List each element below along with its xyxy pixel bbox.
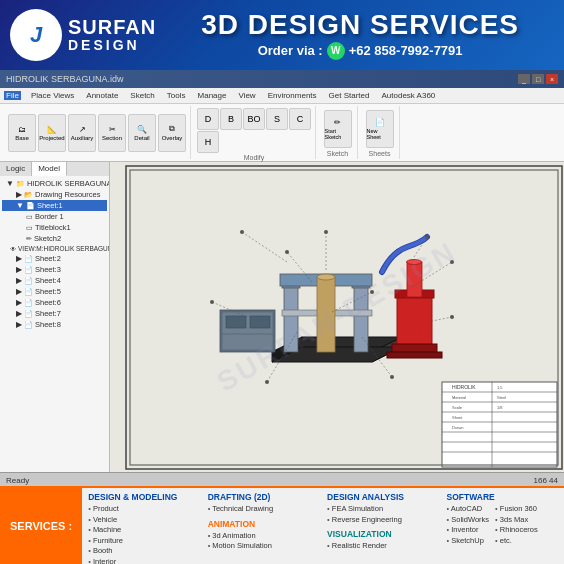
menu-autodesk[interactable]: Autodesk A360	[379, 91, 437, 100]
svg-text:Drawn: Drawn	[452, 425, 464, 430]
tree-item[interactable]: ▭Titleblock1	[2, 222, 107, 233]
panel-tabs: Logic Model	[0, 162, 109, 176]
service-item: Interior	[88, 557, 199, 565]
tree-item[interactable]: ▶📂Drawing Resources	[2, 189, 107, 200]
tree-item-sheet1[interactable]: ▼📄Sheet:1	[2, 200, 107, 211]
ribbon-breakout-icon[interactable]: BO	[243, 108, 265, 130]
drawing-area: SURFAN-DESIGN HIDROLIK Mater	[110, 162, 564, 472]
drafting-title: DRAFTING (2D)	[208, 492, 319, 502]
logo-letter: J	[30, 22, 42, 48]
service-item: Rhinoceros	[495, 525, 538, 536]
service-item: Inventor	[447, 525, 490, 536]
service-col-software: SOFTWARE AutoCAD SolidWorks Inventor Ske…	[447, 492, 558, 560]
service-item: Machine	[88, 525, 199, 536]
ribbon-horizontal-icon[interactable]: H	[197, 131, 219, 153]
service-item: Realistic Render	[327, 541, 438, 552]
tree-item[interactable]: ✏Sketch2	[2, 233, 107, 244]
svg-rect-24	[354, 282, 368, 352]
svg-point-58	[450, 315, 454, 319]
title-bar: HIDROLIK SERBAGUNA.idw _ □ ×	[0, 70, 564, 88]
ribbon-group-sketch: ✏Start Sketch Sketch	[318, 106, 358, 159]
menu-annotate[interactable]: Annotate	[84, 91, 120, 100]
tree-item-sheet7[interactable]: ▶📄Sheet:7	[2, 308, 107, 319]
main-area: Logic Model ▼📁HIDROLIK SERBAGUNA.idw ▶📂D…	[0, 162, 564, 472]
cad-application: HIDROLIK SERBAGUNA.idw _ □ × File Place …	[0, 70, 564, 486]
ribbon-overlay-icon[interactable]: ⧉Overlay	[158, 114, 186, 152]
ribbon-base-icon[interactable]: 🗂Base	[8, 114, 36, 152]
tree-item-sheet2[interactable]: ▶📄Sheet:2	[2, 253, 107, 264]
service-item: Reverse Engineering	[327, 515, 438, 526]
ribbon-group-base: 🗂Base 📐Projected ↗Auxiliary ✂Section 🔍De…	[4, 106, 191, 159]
svg-rect-32	[407, 262, 422, 297]
services-section: SERVICES : DESIGN & MODELING Product Veh…	[0, 486, 564, 564]
menu-file[interactable]: File	[4, 91, 21, 100]
svg-point-57	[210, 300, 214, 304]
ribbon-crop-icon[interactable]: C	[289, 108, 311, 130]
tree-item[interactable]: ▼📁HIDROLIK SERBAGUNA.idw	[2, 178, 107, 189]
panel-content: ▼📁HIDROLIK SERBAGUNA.idw ▶📂Drawing Resou…	[0, 176, 109, 472]
tab-logic[interactable]: Logic	[0, 162, 32, 176]
ribbon-projected-icon[interactable]: 📐Projected	[38, 114, 66, 152]
banner-title: 3D DESIGN SERVICES	[201, 11, 519, 39]
ribbon-detail-icon[interactable]: 🔍Detail	[128, 114, 156, 152]
menu-view[interactable]: View	[236, 91, 257, 100]
maximize-button[interactable]: □	[532, 74, 544, 84]
svg-rect-35	[387, 352, 442, 358]
ribbon-break-icon[interactable]: B	[220, 108, 242, 130]
minimize-button[interactable]: _	[518, 74, 530, 84]
ribbon-new-sheet-icon[interactable]: 📄New Sheet	[366, 110, 394, 148]
service-item: Motion Simulation	[208, 541, 319, 552]
service-item: Product	[88, 504, 199, 515]
logo-area: J SURFAN DESIGN	[10, 9, 156, 61]
ribbon-draft-icon[interactable]: D	[197, 108, 219, 130]
menu-tools[interactable]: Tools	[165, 91, 188, 100]
svg-text:1:5: 1:5	[497, 385, 503, 390]
left-panel: Logic Model ▼📁HIDROLIK SERBAGUNA.idw ▶📂D…	[0, 162, 110, 472]
svg-point-29	[317, 274, 335, 280]
tree-item-sheet8[interactable]: ▶📄Sheet:8	[2, 319, 107, 330]
tab-model[interactable]: Model	[32, 162, 67, 176]
animation-title: ANIMATION	[208, 519, 319, 529]
service-item: SketchUp	[447, 536, 490, 547]
menu-sketch[interactable]: Sketch	[128, 91, 156, 100]
ribbon-group-sheets: 📄New Sheet Sheets	[360, 106, 400, 159]
status-bar: Ready 166 44	[0, 472, 564, 486]
window-controls: _ □ ×	[518, 74, 558, 84]
tree-item-view[interactable]: 👁VIEW:M:HIDROLIK SERBAGUNA.pr	[2, 244, 107, 253]
ribbon-section-icon[interactable]: ✂Section	[98, 114, 126, 152]
logo-text: SURFAN DESIGN	[68, 17, 156, 54]
service-item: 3ds Max	[495, 515, 538, 526]
cad-title: HIDROLIK SERBAGUNA.idw	[6, 74, 124, 84]
service-item: SolidWorks	[447, 515, 490, 526]
tree-item-sheet4[interactable]: ▶📄Sheet:4	[2, 275, 107, 286]
service-col-analysis: DESIGN ANALYSIS FEA Simulation Reverse E…	[327, 492, 438, 560]
svg-point-60	[285, 250, 289, 254]
status-right: 166 44	[534, 476, 558, 485]
ribbon-auxiliary-icon[interactable]: ↗Auxiliary	[68, 114, 96, 152]
brand-sub: DESIGN	[68, 37, 156, 54]
close-button[interactable]: ×	[546, 74, 558, 84]
menu-place-views[interactable]: Place Views	[29, 91, 76, 100]
svg-point-49	[450, 260, 454, 264]
services-content: DESIGN & MODELING Product Vehicle Machin…	[82, 488, 564, 564]
brand-name: SURFAN	[68, 17, 156, 37]
ribbon-slice-icon[interactable]: S	[266, 108, 288, 130]
svg-text:Material: Material	[452, 395, 466, 400]
svg-point-59	[425, 235, 429, 239]
menu-get-started[interactable]: Get Started	[327, 91, 372, 100]
ribbon-start-sketch-icon[interactable]: ✏Start Sketch	[324, 110, 352, 148]
cad-drawing-svg: HIDROLIK Material Scale Sheet Drawn 1:5 …	[110, 162, 564, 472]
tree-item-sheet5[interactable]: ▶📄Sheet:5	[2, 286, 107, 297]
sheets-label: Sheets	[369, 150, 391, 157]
tree-item-sheet6[interactable]: ▶📄Sheet:6	[2, 297, 107, 308]
tree-item-sheet3[interactable]: ▶📄Sheet:3	[2, 264, 107, 275]
analysis-title: DESIGN ANALYSIS	[327, 492, 438, 502]
menu-manage[interactable]: Manage	[196, 91, 229, 100]
svg-text:Steel: Steel	[497, 395, 506, 400]
visualization-title: VISUALIZATION	[327, 529, 438, 539]
tree-item[interactable]: ▭Border 1	[2, 211, 107, 222]
menu-environments[interactable]: Environments	[266, 91, 319, 100]
svg-point-47	[324, 230, 328, 234]
banner-title-area: 3D DESIGN SERVICES Order via : W +62 858…	[166, 11, 554, 60]
status-text: Ready	[6, 476, 29, 485]
